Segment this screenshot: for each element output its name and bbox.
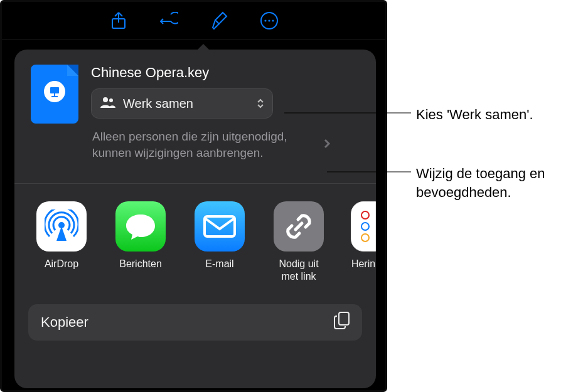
callout-choose-collaborate: Kies 'Werk samen'. bbox=[416, 105, 533, 124]
callout-change-access: Wijzig de toegang en bevoegdheden. bbox=[416, 164, 548, 201]
